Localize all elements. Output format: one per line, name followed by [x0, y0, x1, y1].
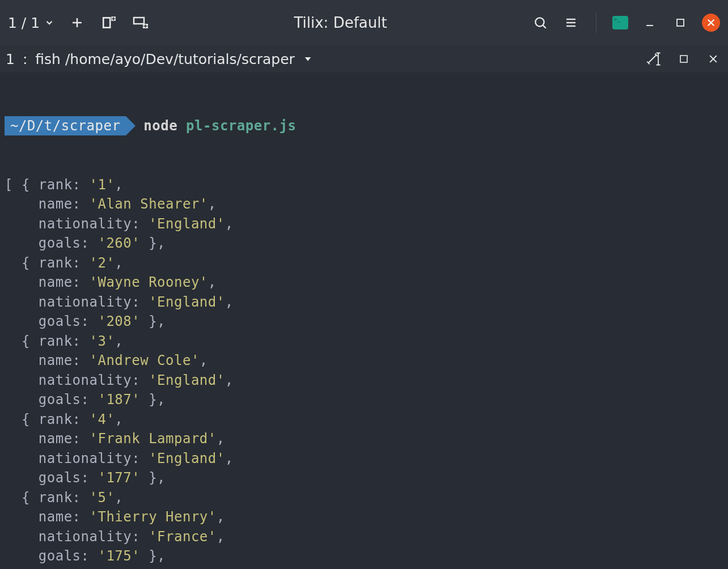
window-title: Tilix: Default — [294, 14, 387, 31]
command-binary: node — [143, 118, 177, 134]
split-down-button[interactable] — [132, 14, 150, 32]
chevron-down-icon — [303, 54, 313, 64]
svg-rect-2 — [103, 18, 110, 27]
svg-rect-21 — [680, 56, 687, 62]
divider — [596, 12, 596, 33]
titlebar-center: Tilix: Default — [154, 14, 527, 31]
svg-marker-19 — [305, 57, 311, 61]
svg-line-11 — [543, 25, 545, 28]
hamburger-icon — [564, 16, 578, 29]
prompt-arrow-icon — [126, 116, 136, 135]
command-arg: pl-scraper.js — [186, 118, 296, 134]
menu-button[interactable] — [562, 14, 580, 32]
svg-rect-6 — [134, 18, 144, 24]
split-down-icon — [133, 15, 149, 30]
terminal-tab[interactable]: 1: fish /home/ayo/Dev/tutorials/scraper — [6, 51, 313, 67]
titlebar-left: 1 / 1 — [8, 14, 150, 32]
minimize-icon — [644, 17, 655, 28]
terminal-tabbar: 1: fish /home/ayo/Dev/tutorials/scraper — [0, 45, 728, 73]
search-icon — [533, 15, 548, 30]
app-icon — [612, 16, 628, 29]
close-window-button[interactable] — [702, 14, 720, 32]
split-right-button[interactable] — [100, 14, 118, 32]
svg-rect-16 — [677, 19, 684, 26]
tab-label: fish /home/ayo/Dev/tutorials/scraper — [35, 51, 295, 67]
maximize-icon — [675, 18, 685, 28]
split-right-icon — [101, 15, 116, 30]
session-switcher[interactable]: 1 / 1 — [8, 15, 54, 31]
window-titlebar: 1 / 1 Tilix: Default — [0, 0, 728, 45]
session-count: 1 / 1 — [8, 15, 40, 31]
maximize-pane-button[interactable] — [675, 50, 693, 68]
search-button[interactable] — [531, 14, 549, 32]
text-cursor-icon — [646, 51, 662, 67]
terminal-content[interactable]: ~/D/t/scraper node pl-scraper.js [ { ran… — [0, 73, 728, 569]
readonly-toggle-button[interactable] — [645, 50, 663, 68]
command: node pl-scraper.js — [143, 116, 296, 136]
titlebar-right — [531, 12, 720, 33]
minimize-button[interactable] — [641, 14, 659, 32]
maximize-button[interactable] — [671, 14, 689, 32]
svg-point-10 — [535, 18, 544, 26]
prompt-line: ~/D/t/scraper node pl-scraper.js — [5, 116, 723, 136]
square-icon — [679, 54, 689, 64]
chevron-down-icon — [44, 18, 54, 28]
prompt-cwd: ~/D/t/scraper — [5, 116, 126, 135]
tab-index: 1 — [6, 51, 15, 67]
plus-icon — [70, 16, 84, 29]
terminal-output: [ { rank: '1', name: 'Alan Shearer', nat… — [5, 175, 723, 570]
tab-controls — [645, 50, 722, 68]
close-icon — [706, 18, 716, 28]
close-icon — [708, 53, 719, 65]
close-pane-button[interactable] — [704, 50, 722, 68]
new-session-button[interactable] — [68, 14, 86, 32]
